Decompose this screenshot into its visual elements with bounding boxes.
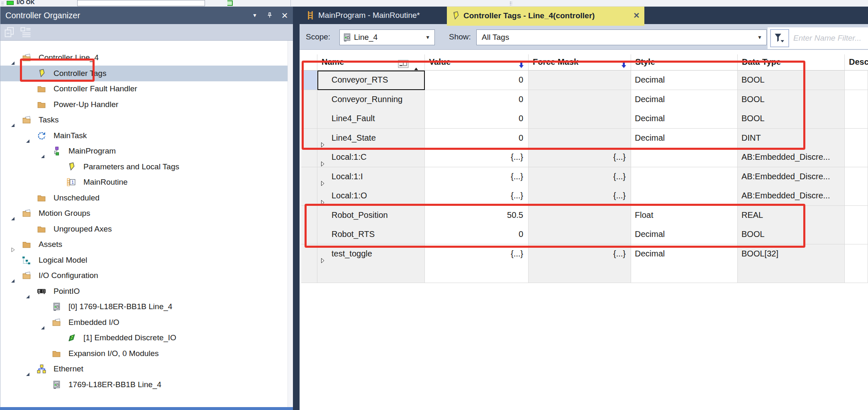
name-column-properties-icon[interactable]	[398, 58, 410, 67]
tag-value-cell[interactable]: 0	[425, 71, 529, 90]
tag-value-cell[interactable]: 0	[425, 225, 529, 244]
expand-arrow-icon[interactable]	[321, 193, 325, 206]
empty-row-cell[interactable]	[738, 264, 845, 283]
tree-item-mainroutine[interactable]: 1MainRoutine	[0, 174, 293, 190]
tab-mainprogram-mainroutine[interactable]: MainProgram - MainRoutine*	[302, 7, 444, 24]
row-selector[interactable]	[301, 225, 317, 244]
tag-name-cell[interactable]: Local:1:I	[317, 167, 425, 187]
tree-item-mainprogram[interactable]: MainProgram	[0, 143, 293, 159]
tree-item-power-up-handler[interactable]: Power-Up Handler	[0, 97, 293, 112]
tag-data-type-cell[interactable]: DINT	[738, 129, 845, 148]
show-dropdown[interactable]: All Tags ▼	[476, 29, 767, 45]
tag-description-cell[interactable]	[845, 167, 868, 187]
tag-style-cell[interactable]: Decimal	[631, 109, 738, 129]
tag-value-cell[interactable]: {...}	[425, 167, 529, 187]
tree-item-assets[interactable]: Assets	[0, 237, 293, 252]
row-selector[interactable]	[301, 186, 317, 206]
collapse-arrow-icon[interactable]	[10, 117, 15, 122]
panel-splitter[interactable]	[293, 7, 300, 410]
tag-value-cell[interactable]: 50.5	[425, 206, 529, 225]
close-icon[interactable]: ×	[278, 7, 292, 24]
tree-item-controller-fault-handler[interactable]: Controller Fault Handler	[0, 81, 293, 97]
empty-row-cell[interactable]	[631, 264, 738, 283]
collapse-arrow-icon[interactable]	[25, 289, 30, 294]
tag-name-cell[interactable]: Local:1:O	[317, 186, 425, 206]
collapse-arrow-icon[interactable]	[10, 273, 15, 278]
tab-controller-tags[interactable]: Controller Tags - Line_4(controller) ×	[447, 7, 644, 26]
collapse-arrow-icon[interactable]	[40, 149, 45, 154]
column-header-value[interactable]: Value	[425, 54, 529, 71]
collapse-arrow-icon[interactable]	[10, 211, 15, 216]
column-header-style[interactable]: Style	[631, 54, 738, 71]
expand-arrow-icon[interactable]	[321, 174, 325, 187]
tree-item-motion-groups[interactable]: Motion Groups	[0, 205, 293, 221]
tag-force-mask-cell[interactable]: {...}	[529, 244, 631, 264]
tag-name-cell[interactable]: Robot_Position	[317, 206, 425, 225]
tag-value-cell[interactable]: 0	[425, 109, 529, 129]
expand-arrow-icon[interactable]	[321, 155, 325, 167]
tree-item-parameters-and-local-tags[interactable]: Parameters and Local Tags	[0, 159, 293, 175]
row-selector[interactable]	[301, 129, 317, 148]
row-selector[interactable]	[301, 109, 317, 129]
tag-style-cell[interactable]	[631, 148, 738, 167]
tag-style-cell[interactable]	[631, 186, 738, 206]
tag-data-type-cell[interactable]: AB:Embedded_Discre...	[738, 167, 845, 187]
row-selector[interactable]	[301, 71, 317, 90]
tag-data-type-cell[interactable]: AB:Embedded_Discre...	[738, 186, 845, 206]
empty-row-cell[interactable]	[301, 264, 317, 283]
row-selector[interactable]	[301, 167, 317, 187]
tree-scrollbar[interactable]	[288, 41, 293, 408]
tree-item--1-embedded-discrete-io[interactable]: [1] Embedded Discrete_IO	[0, 330, 293, 346]
tag-value-cell[interactable]: {...}	[425, 186, 529, 206]
column-header-description[interactable]: Description	[845, 54, 868, 71]
tag-style-cell[interactable]: Decimal	[631, 71, 738, 90]
column-header-name[interactable]: Name	[317, 54, 425, 71]
tree-item-expansion-i-o-0-modules[interactable]: Expansion I/O, 0 Modules	[0, 346, 293, 361]
tag-value-cell[interactable]: 0	[425, 129, 529, 148]
tag-style-cell[interactable]	[631, 167, 738, 187]
tag-name-cell[interactable]: Line4_State	[317, 129, 425, 148]
collapse-arrow-icon[interactable]	[25, 366, 30, 371]
filter-funnel-button[interactable]	[770, 29, 789, 47]
verify-icon[interactable]	[227, 0, 233, 6]
tag-force-mask-cell[interactable]	[529, 129, 631, 148]
tag-name-cell[interactable]: Conveyor_RTS	[317, 71, 425, 90]
tag-description-cell[interactable]	[845, 186, 868, 206]
tag-data-type-cell[interactable]: BOOL	[738, 225, 845, 244]
tag-style-cell[interactable]: Decimal	[631, 244, 738, 264]
empty-row-cell[interactable]	[317, 264, 425, 283]
tree-item-ethernet[interactable]: Ethernet	[0, 361, 293, 377]
pin-icon[interactable]	[263, 7, 277, 24]
tag-style-cell[interactable]: Decimal	[631, 225, 738, 244]
tag-value-cell[interactable]: 0	[425, 90, 529, 110]
tag-value-cell[interactable]: {...}	[425, 148, 529, 167]
collapse-arrow-icon[interactable]	[40, 320, 45, 325]
expand-arrow-icon[interactable]	[10, 242, 15, 247]
tree-item-controller-line-4[interactable]: Controller Line_4	[0, 50, 293, 66]
expand-arrow-icon[interactable]	[321, 136, 325, 148]
toolbar-grip[interactable]	[1, 1, 4, 5]
row-selector[interactable]	[301, 148, 317, 167]
tag-description-cell[interactable]	[845, 71, 868, 90]
column-header-data-type[interactable]: Data Type	[738, 54, 845, 71]
tag-force-mask-cell[interactable]	[529, 206, 631, 225]
tag-data-type-cell[interactable]: BOOL[32]	[738, 244, 845, 264]
tree-item-embedded-i-o[interactable]: Embedded I/O	[0, 315, 293, 330]
toolbar-combobox[interactable]	[77, 0, 205, 6]
tag-description-cell[interactable]	[845, 109, 868, 129]
tree-item-1769-l18er-bb1b-line-4[interactable]: 1769-L18ER-BB1B Line_4	[0, 377, 293, 393]
tag-style-cell[interactable]: Decimal	[631, 90, 738, 110]
toolbar-grip[interactable]	[510, 1, 512, 5]
tag-data-type-cell[interactable]: REAL	[738, 206, 845, 225]
tree-item-maintask[interactable]: MainTask	[0, 128, 293, 144]
tag-style-cell[interactable]: Float	[631, 206, 738, 225]
tag-data-type-cell[interactable]: AB:Embedded_Discre...	[738, 148, 845, 167]
tag-force-mask-cell[interactable]	[529, 109, 631, 129]
row-selector[interactable]	[301, 90, 317, 110]
tree-item-tasks[interactable]: Tasks	[0, 112, 293, 128]
close-tab-icon[interactable]: ×	[634, 7, 639, 24]
tree-item-pointio[interactable]: PointIO	[0, 283, 293, 299]
tree-item-logical-model[interactable]: Logical Model	[0, 252, 293, 268]
tree-item--0-1769-l18er-bb1b-line-4[interactable]: [0] 1769-L18ER-BB1B Line_4	[0, 299, 293, 315]
tag-name-cell[interactable]: Local:1:C	[317, 148, 425, 167]
